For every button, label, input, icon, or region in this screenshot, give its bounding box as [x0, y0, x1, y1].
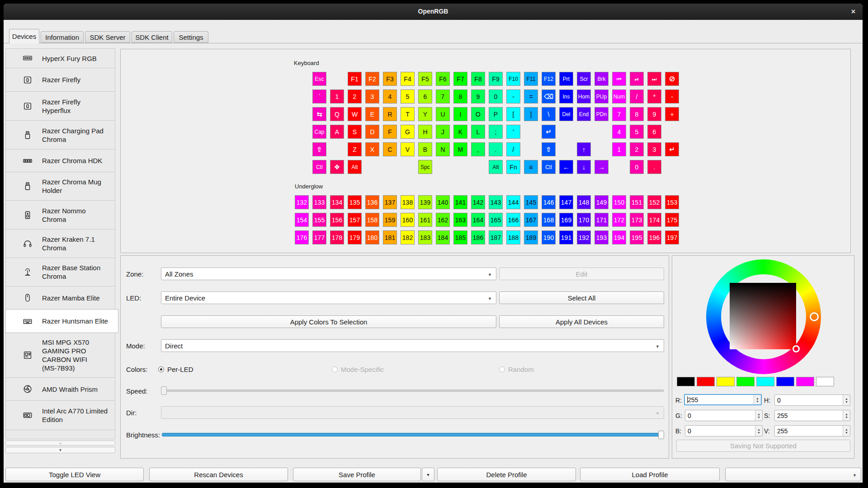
led-cell-185[interactable]: 185: [453, 230, 467, 244]
led-cell-156[interactable]: 156: [330, 213, 344, 227]
led-key-ctl[interactable]: Ctl: [542, 160, 556, 174]
led-cell-164[interactable]: 164: [471, 213, 485, 227]
led-key-a[interactable]: A: [330, 125, 344, 139]
led-key-[interactable]: +: [665, 107, 679, 121]
v-input[interactable]: 255 ▲▼: [774, 425, 850, 436]
led-key-3[interactable]: 3: [647, 142, 661, 156]
led-cell-174[interactable]: 174: [647, 213, 661, 227]
led-key-pup[interactable]: PUp: [594, 89, 609, 103]
led-key-[interactable]: *: [647, 89, 661, 103]
radio-per-led[interactable]: Per-LED: [158, 366, 193, 373]
mode-dropdown[interactable]: Direct ▼: [161, 339, 664, 352]
sidebar-item-amd-wraith-prism[interactable]: AMD Wraith Prism: [5, 377, 115, 401]
led-cell-195[interactable]: 195: [630, 230, 644, 244]
load-profile-button[interactable]: Load Profile: [580, 468, 720, 481]
led-key-spc[interactable]: Spc: [418, 160, 432, 174]
led-cell-189[interactable]: 189: [524, 230, 538, 244]
led-cell-141[interactable]: 141: [453, 195, 467, 209]
led-key-n[interactable]: N: [436, 142, 450, 156]
led-key-f2[interactable]: F2: [365, 72, 379, 86]
zone-dropdown[interactable]: All Zones ▼: [161, 267, 496, 280]
spinner-arrows-icon[interactable]: ▲▼: [843, 410, 850, 421]
h-input[interactable]: 0 ▲▼: [774, 394, 850, 406]
spinner-arrows-icon[interactable]: ▲▼: [843, 395, 850, 405]
led-cell-159[interactable]: 159: [383, 213, 397, 227]
led-key-f1[interactable]: F1: [348, 72, 362, 86]
led-key-[interactable]: .: [647, 160, 661, 174]
led-cell-155[interactable]: 155: [312, 213, 326, 227]
led-key-1[interactable]: 1: [330, 89, 344, 103]
led-key-cap[interactable]: Cap: [312, 125, 326, 139]
led-key-o[interactable]: O: [471, 107, 485, 121]
led-cell-165[interactable]: 165: [489, 213, 503, 227]
led-cell-139[interactable]: 139: [418, 195, 432, 209]
led-key-ctl[interactable]: Ctl: [312, 160, 326, 174]
tab-information[interactable]: Information: [41, 31, 84, 43]
led-key-0[interactable]: 0: [489, 89, 503, 103]
led-cell-175[interactable]: 175: [665, 213, 679, 227]
led-cell-146[interactable]: 146: [542, 195, 556, 209]
radio-mode-specific[interactable]: Mode-Specific: [332, 366, 384, 373]
close-icon[interactable]: ×: [851, 7, 855, 16]
led-key-9[interactable]: 9: [647, 107, 661, 121]
color-swatch-ff00ff[interactable]: [796, 377, 814, 386]
color-swatch-00ff00[interactable]: [736, 377, 755, 386]
led-cell-187[interactable]: 187: [489, 230, 503, 244]
brightness-slider[interactable]: [162, 433, 664, 436]
led-cell-143[interactable]: 143: [489, 195, 503, 209]
led-key-v[interactable]: V: [401, 142, 415, 156]
led-cell-180[interactable]: 180: [365, 230, 379, 244]
led-key-r[interactable]: R: [383, 107, 397, 121]
led-key-s[interactable]: S: [348, 125, 362, 139]
led-key-f3[interactable]: F3: [383, 72, 397, 86]
led-cell-162[interactable]: 162: [436, 213, 450, 227]
led-key-[interactable]: ]: [524, 107, 538, 121]
led-key-t[interactable]: T: [401, 107, 415, 121]
led-key-f5[interactable]: F5: [418, 72, 432, 86]
save-profile-button[interactable]: Save Profile: [293, 468, 421, 481]
led-cell-197[interactable]: 197: [665, 230, 679, 244]
sidebar-item-razer-base-station[interactable]: Razer Base Station Chroma: [5, 258, 115, 286]
led-cell-170[interactable]: 170: [577, 213, 591, 227]
spinner-arrows-icon[interactable]: ▲▼: [755, 426, 762, 436]
led-key-q[interactable]: Q: [330, 107, 344, 121]
brightness-slider-handle[interactable]: [658, 431, 664, 439]
led-key-[interactable]: /: [630, 89, 644, 103]
led-cell-169[interactable]: 169: [559, 213, 573, 227]
s-input[interactable]: 255 ▲▼: [774, 410, 850, 421]
led-key-num[interactable]: Num: [612, 89, 626, 103]
led-key-[interactable]: `: [312, 89, 326, 103]
led-cell-161[interactable]: 161: [418, 213, 432, 227]
led-cell-132[interactable]: 132: [295, 195, 309, 209]
led-key-[interactable]: ,: [471, 142, 485, 156]
led-cell-133[interactable]: 133: [312, 195, 326, 209]
led-key-[interactable]: ↑: [577, 142, 591, 156]
led-key-d[interactable]: D: [365, 125, 379, 139]
tab-settings[interactable]: Settings: [174, 31, 208, 43]
led-cell-145[interactable]: 145: [524, 195, 538, 209]
sidebar-item-razer-chroma-mug[interactable]: Razer Chroma Mug Holder: [5, 172, 115, 201]
led-key-[interactable]: ≡: [524, 160, 538, 174]
led-key-[interactable]: ⇧: [312, 142, 326, 156]
led-cell-176[interactable]: 176: [295, 230, 309, 244]
led-cell-186[interactable]: 186: [471, 230, 485, 244]
led-key-f11[interactable]: F11: [524, 72, 538, 86]
color-swatch-ffff00[interactable]: [717, 377, 735, 386]
led-key-del[interactable]: Del: [559, 107, 573, 121]
save-profile-arrow-button[interactable]: ▾: [422, 468, 434, 481]
led-key-[interactable]: [: [506, 107, 520, 121]
led-cell-188[interactable]: 188: [506, 230, 520, 244]
led-cell-153[interactable]: 153: [665, 195, 679, 209]
led-cell-171[interactable]: 171: [594, 213, 609, 227]
sidebar-item-razer-nommo[interactable]: Razer Nommo Chroma: [5, 200, 115, 230]
sidebar-item-msi-mpg-x570[interactable]: MSI MPG X570 GAMING PRO CARBON WIFI (MS-…: [5, 333, 115, 378]
led-key-5[interactable]: 5: [401, 89, 415, 103]
led-cell-136[interactable]: 136: [365, 195, 379, 209]
led-cell-194[interactable]: 194: [612, 230, 626, 244]
led-cell-140[interactable]: 140: [436, 195, 450, 209]
led-key-ins[interactable]: Ins: [559, 89, 573, 103]
led-key-f10[interactable]: F10: [506, 72, 520, 86]
led-cell-182[interactable]: 182: [401, 230, 415, 244]
led-key-5[interactable]: 5: [630, 125, 644, 139]
led-key-i[interactable]: I: [453, 107, 467, 121]
